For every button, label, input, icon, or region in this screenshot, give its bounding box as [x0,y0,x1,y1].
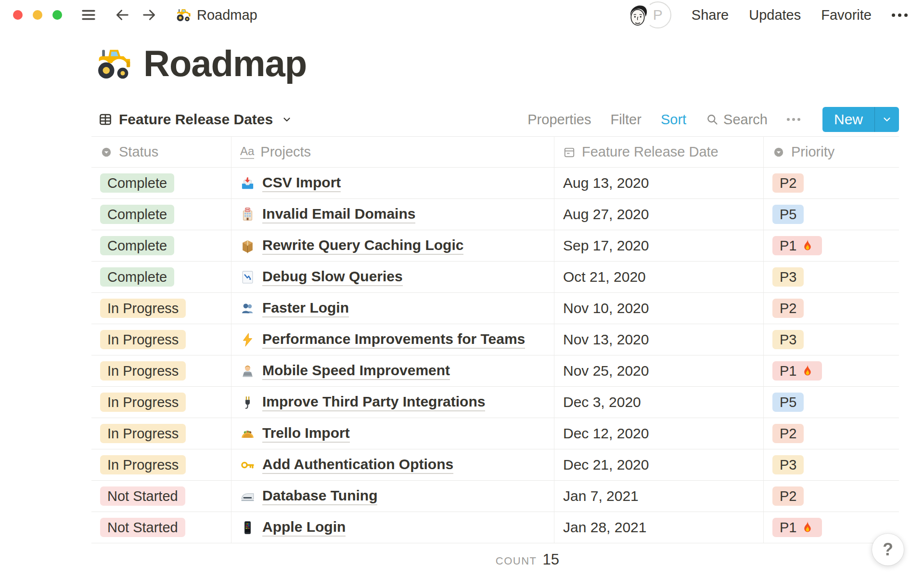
favorite-button[interactable]: Favorite [821,7,872,23]
status-badge[interactable]: Complete [100,173,174,193]
release-date-cell[interactable]: Nov 10, 2020 [554,293,764,324]
column-header-priority[interactable]: Priority [764,137,899,167]
status-badge[interactable]: Complete [100,205,174,224]
release-date-cell[interactable]: Jan 28, 2021 [554,512,764,543]
status-cell[interactable]: In Progress [91,293,231,324]
breadcrumb[interactable]: Roadmap [176,7,257,23]
table-row[interactable]: Complete Debug Slow Queries Oct 21, 2020… [91,262,899,293]
project-page-link[interactable]: Rewrite Query Caching Logic [262,237,463,255]
filter-button[interactable]: Filter [610,112,641,128]
status-cell[interactable]: Complete [91,168,231,198]
column-header-projects[interactable]: Aa Projects [231,137,554,167]
release-date-cell[interactable]: Aug 13, 2020 [554,168,764,198]
status-cell[interactable]: Complete [91,230,231,261]
table-row[interactable]: In Progress Faster Login Nov 10, 2020 P2 [91,293,899,324]
priority-cell[interactable]: P3 [764,449,899,480]
priority-cell[interactable]: P2 [764,168,899,198]
project-cell[interactable]: Add Authentication Options [231,449,554,480]
status-badge[interactable]: In Progress [100,361,186,381]
priority-cell[interactable]: P2 [764,293,899,324]
new-button[interactable]: New [822,107,899,132]
priority-cell[interactable]: P5 [764,199,899,230]
status-badge[interactable]: Complete [100,236,174,255]
project-cell[interactable]: Performance Improvements for Teams [231,324,554,355]
priority-badge[interactable]: P5 [772,205,804,224]
status-badge[interactable]: In Progress [100,424,186,443]
project-cell[interactable]: Trello Import [231,418,554,449]
table-row[interactable]: In Progress Trello Import Dec 12, 2020 P… [91,418,899,449]
status-badge[interactable]: In Progress [100,330,186,349]
search-button[interactable]: Search [706,112,768,128]
status-cell[interactable]: In Progress [91,449,231,480]
release-date-cell[interactable]: Aug 27, 2020 [554,199,764,230]
release-date-cell[interactable]: Jan 7, 2021 [554,481,764,512]
priority-cell[interactable]: P1 [764,355,899,386]
priority-badge[interactable]: P1 [772,236,822,255]
back-arrow-icon[interactable] [114,7,130,23]
release-date-cell[interactable]: Sep 17, 2020 [554,230,764,261]
priority-badge[interactable]: P1 [772,361,822,381]
column-header-status[interactable]: Status [91,137,231,167]
project-page-link[interactable]: Add Authentication Options [262,456,453,474]
properties-button[interactable]: Properties [527,112,591,128]
status-cell[interactable]: Complete [91,199,231,230]
status-cell[interactable]: In Progress [91,387,231,418]
project-cell[interactable]: Apple Login [231,512,554,543]
table-row[interactable]: In Progress Mobile Speed Improvement Nov… [91,355,899,387]
priority-cell[interactable]: P3 [764,262,899,292]
priority-cell[interactable]: P5 [764,387,899,418]
help-button[interactable]: ? [872,534,904,565]
status-cell[interactable]: Not Started [91,481,231,512]
priority-badge[interactable]: P3 [772,455,804,474]
priority-badge[interactable]: P2 [772,424,804,443]
close-window-button[interactable] [13,10,23,20]
status-cell[interactable]: Not Started [91,512,231,543]
project-page-link[interactable]: Mobile Speed Improvement [262,362,450,380]
project-page-link[interactable]: Trello Import [262,425,350,443]
share-button[interactable]: Share [692,7,729,23]
project-cell[interactable]: Mobile Speed Improvement [231,355,554,386]
priority-cell[interactable]: P1 [764,230,899,261]
priority-badge[interactable]: P3 [772,330,804,349]
status-badge[interactable]: In Progress [100,393,186,412]
more-options-icon[interactable] [892,13,908,17]
new-dropdown-chevron-icon[interactable] [875,107,899,132]
table-row[interactable]: Complete CSV Import Aug 13, 2020 P2 [91,168,899,199]
toolbar-more-icon[interactable] [787,118,800,121]
project-cell[interactable]: Database Tuning [231,481,554,512]
sort-button[interactable]: Sort [661,112,686,128]
release-date-cell[interactable]: Dec 21, 2020 [554,449,764,480]
user-avatar[interactable] [623,0,652,29]
project-cell[interactable]: CSV Import [231,168,554,198]
table-row[interactable]: In Progress Improve Third Party Integrat… [91,387,899,418]
project-page-link[interactable]: Improve Third Party Integrations [262,394,485,411]
status-cell[interactable]: Complete [91,262,231,292]
project-page-link[interactable]: Performance Improvements for Teams [262,331,525,349]
project-cell[interactable]: Faster Login [231,293,554,324]
priority-badge[interactable]: P2 [772,299,804,318]
minimize-window-button[interactable] [33,10,42,20]
sidebar-menu-icon[interactable] [80,7,97,23]
status-badge[interactable]: Not Started [100,518,185,537]
status-cell[interactable]: In Progress [91,418,231,449]
priority-badge[interactable]: P2 [772,173,804,193]
view-selector[interactable]: Feature Release Dates [98,111,293,128]
project-cell[interactable]: Invalid Email Domains [231,199,554,230]
table-row[interactable]: Complete Rewrite Query Caching Logic Sep… [91,230,899,262]
table-row[interactable]: Complete Invalid Email Domains Aug 27, 2… [91,199,899,230]
status-badge[interactable]: In Progress [100,455,186,474]
project-page-link[interactable]: Apple Login [262,519,346,537]
project-cell[interactable]: Improve Third Party Integrations [231,387,554,418]
project-page-link[interactable]: Faster Login [262,300,349,317]
project-cell[interactable]: Rewrite Query Caching Logic [231,230,554,261]
status-cell[interactable]: In Progress [91,355,231,386]
project-page-link[interactable]: Invalid Email Domains [262,206,415,223]
table-row[interactable]: In Progress Add Authentication Options D… [91,449,899,481]
release-date-cell[interactable]: Nov 25, 2020 [554,355,764,386]
priority-cell[interactable]: P2 [764,481,899,512]
count-calculation[interactable]: COUNT 15 [496,551,559,568]
status-badge[interactable]: Not Started [100,486,185,506]
page-icon-tractor[interactable] [95,45,132,82]
table-row[interactable]: Not Started Apple Login Jan 28, 2021 P1 [91,512,899,543]
updates-button[interactable]: Updates [749,7,801,23]
